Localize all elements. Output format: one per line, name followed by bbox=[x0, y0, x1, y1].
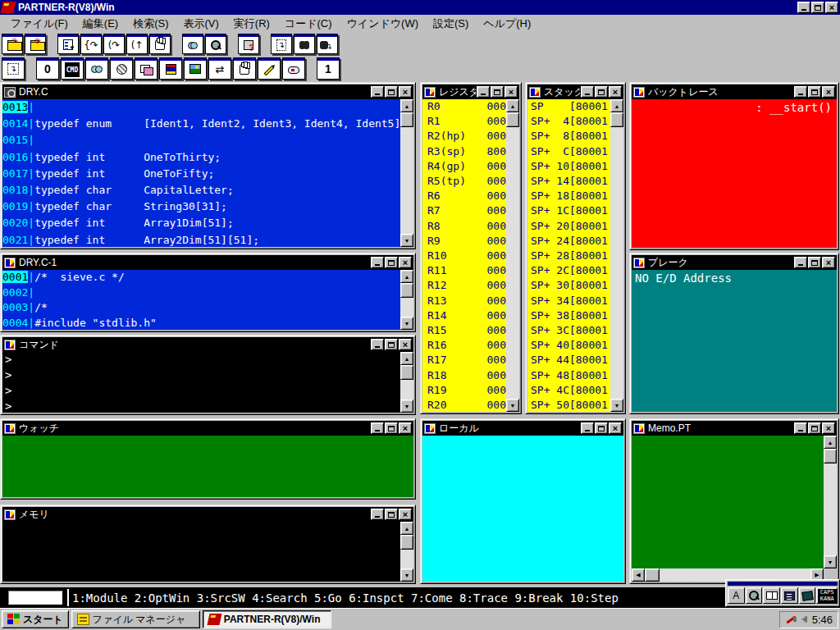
source-line[interactable]: 0014|typedef enum [Ident1, Ident2, Ident… bbox=[2, 116, 400, 132]
minimize-button[interactable] bbox=[794, 257, 807, 268]
scroll-down-button[interactable]: ▼ bbox=[610, 399, 623, 412]
command-console[interactable]: >>>> bbox=[2, 352, 400, 413]
command-input[interactable] bbox=[8, 591, 62, 605]
scroll-down-button[interactable]: ▼ bbox=[400, 568, 413, 582]
sphere-button[interactable] bbox=[110, 57, 133, 80]
memo-content[interactable] bbox=[632, 436, 824, 568]
close-button[interactable]: × bbox=[399, 339, 412, 350]
cards-button[interactable] bbox=[135, 57, 158, 80]
scroll-left-button[interactable]: ◀ bbox=[632, 568, 645, 582]
scroll-track[interactable] bbox=[400, 550, 413, 568]
source-line[interactable]: 0018|typedef char CapitalLetter; bbox=[2, 182, 400, 199]
scroll-thumb[interactable] bbox=[400, 112, 413, 127]
stack-row[interactable]: SP+ 4[80001 bbox=[531, 114, 610, 129]
register-row[interactable]: R16000 bbox=[427, 338, 506, 353]
close-button[interactable]: × bbox=[399, 86, 412, 98]
registers-title-bar[interactable]: レジスタ × bbox=[422, 84, 519, 99]
minimize-button[interactable] bbox=[371, 509, 384, 520]
memory-title-bar[interactable]: メモリ × bbox=[2, 507, 413, 522]
source-line[interactable]: 0017|typedef int OneToFifty; bbox=[2, 166, 400, 182]
backtrace-title-bar[interactable]: バックトレース × bbox=[632, 84, 837, 99]
register-row[interactable]: R4(gp)000 bbox=[427, 159, 506, 174]
register-row[interactable]: R12000 bbox=[427, 278, 506, 293]
maximize-button[interactable] bbox=[811, 2, 824, 13]
window-switch-button[interactable]: ↴ bbox=[271, 34, 292, 54]
maximize-button[interactable] bbox=[808, 422, 821, 434]
close-button[interactable]: × bbox=[399, 509, 412, 520]
ime-title-strip[interactable] bbox=[728, 582, 838, 586]
maximize-button[interactable] bbox=[595, 422, 608, 434]
locals-content[interactable] bbox=[422, 436, 623, 582]
main-title-bar[interactable]: PARTNER-R(V8)/Win × bbox=[0, 0, 840, 15]
scroll-track[interactable] bbox=[400, 298, 413, 317]
books-button[interactable] bbox=[159, 57, 182, 80]
dryc1-source-view[interactable]: 0001|/* sieve.c */0002|0003|/*0004|#incl… bbox=[2, 270, 400, 330]
minimize-button[interactable] bbox=[371, 257, 384, 268]
stack-row[interactable]: SP+ 28[80001 bbox=[531, 249, 610, 263]
source-line[interactable]: 0003|/* bbox=[2, 300, 400, 316]
scroll-up-button[interactable]: ▲ bbox=[400, 352, 413, 365]
register-row[interactable]: R20000 bbox=[427, 398, 506, 412]
open-project-button[interactable]: ⟳ bbox=[25, 34, 46, 54]
maximize-button[interactable] bbox=[385, 339, 398, 350]
ime-pad-button[interactable] bbox=[799, 587, 816, 604]
stack-row[interactable]: SP+ 24[80001 bbox=[531, 234, 610, 249]
close-button[interactable]: × bbox=[609, 422, 622, 434]
memo-scrollbar[interactable]: ▲▼ bbox=[824, 436, 837, 568]
stack-row[interactable]: SP+ 34[80001 bbox=[531, 294, 610, 308]
source-line[interactable]: 0019|typedef char String30[31]; bbox=[2, 199, 400, 215]
stack-row[interactable]: SP+ 3C[80001 bbox=[531, 323, 610, 338]
search-binoculars-button[interactable] bbox=[294, 34, 315, 54]
scroll-track[interactable] bbox=[400, 127, 413, 234]
stack-row[interactable]: SP+ 30[80001 bbox=[531, 278, 610, 293]
menu-item-0[interactable]: ファイル(F) bbox=[3, 15, 75, 33]
menu-item-8[interactable]: ヘルプ(H) bbox=[476, 15, 538, 33]
register-row[interactable]: R7000 bbox=[427, 203, 506, 218]
ribbon-button[interactable] bbox=[282, 57, 305, 80]
source-line[interactable]: 0002| bbox=[2, 285, 400, 301]
stack-row[interactable]: SP+ 8[80001 bbox=[531, 129, 610, 144]
stack-row[interactable]: SP [80001 bbox=[531, 99, 610, 114]
step-return-button[interactable]: (↑ bbox=[126, 34, 148, 54]
locals-title-bar[interactable]: ローカル × bbox=[422, 421, 623, 436]
menu-item-4[interactable]: 実行(R) bbox=[226, 15, 277, 33]
scroll-thumb[interactable] bbox=[824, 449, 837, 463]
registers-list[interactable]: R0000R1000R2(hp)000R3(sp)800R4(gp)000R5(… bbox=[422, 99, 506, 412]
register-row[interactable]: R8000 bbox=[427, 219, 506, 234]
register-row[interactable]: R5(tp)000 bbox=[427, 174, 506, 189]
memo-title-bar[interactable]: Memo.PT × bbox=[632, 421, 837, 436]
module-list-button[interactable]: ▼ bbox=[57, 34, 79, 54]
memory-scrollbar[interactable]: ▲▼ bbox=[400, 522, 413, 582]
menu-item-2[interactable]: 検索(S) bbox=[126, 15, 176, 33]
search-next-binoculars-button[interactable]: ↴ bbox=[317, 34, 338, 54]
register-row[interactable]: R0000 bbox=[427, 99, 506, 114]
maximize-button[interactable] bbox=[385, 257, 398, 268]
maximize-button[interactable] bbox=[385, 86, 398, 98]
task-file-manager[interactable]: ファイル マネージャ bbox=[71, 610, 200, 628]
inspect-magnifier-button[interactable] bbox=[205, 34, 226, 54]
hand-button[interactable] bbox=[233, 57, 256, 80]
glasses-button[interactable] bbox=[85, 57, 108, 80]
register-row[interactable]: R14000 bbox=[427, 308, 506, 323]
scroll-up-button[interactable]: ▲ bbox=[400, 270, 413, 283]
stack-row[interactable]: SP+ 10[80001 bbox=[531, 159, 610, 174]
scroll-thumb[interactable] bbox=[400, 365, 413, 380]
register-row[interactable]: R1000 bbox=[427, 114, 506, 129]
stack-row[interactable]: SP+ 38[80001 bbox=[531, 308, 610, 323]
stack-row[interactable]: SP+ 4C[80001 bbox=[531, 383, 610, 398]
pencil-button[interactable] bbox=[258, 57, 281, 80]
register-row[interactable]: R15000 bbox=[427, 323, 506, 338]
maximize-button[interactable] bbox=[808, 86, 821, 98]
scroll-track[interactable] bbox=[824, 463, 837, 555]
ime-input-mode-button[interactable]: A bbox=[728, 587, 745, 604]
variables-button[interactable]: ⇄ bbox=[208, 57, 231, 80]
close-button[interactable]: × bbox=[822, 257, 835, 268]
watch-glasses-button[interactable] bbox=[182, 34, 203, 54]
minimize-button[interactable] bbox=[477, 86, 490, 98]
scroll-down-button[interactable]: ▼ bbox=[824, 555, 837, 568]
stack-row[interactable]: SP+ 14[80001 bbox=[531, 174, 610, 189]
ime-properties-button[interactable] bbox=[781, 587, 798, 604]
close-button[interactable]: × bbox=[822, 86, 835, 98]
register-row[interactable]: R2(hp)000 bbox=[427, 129, 506, 144]
source-line[interactable]: 0015| bbox=[2, 132, 400, 148]
